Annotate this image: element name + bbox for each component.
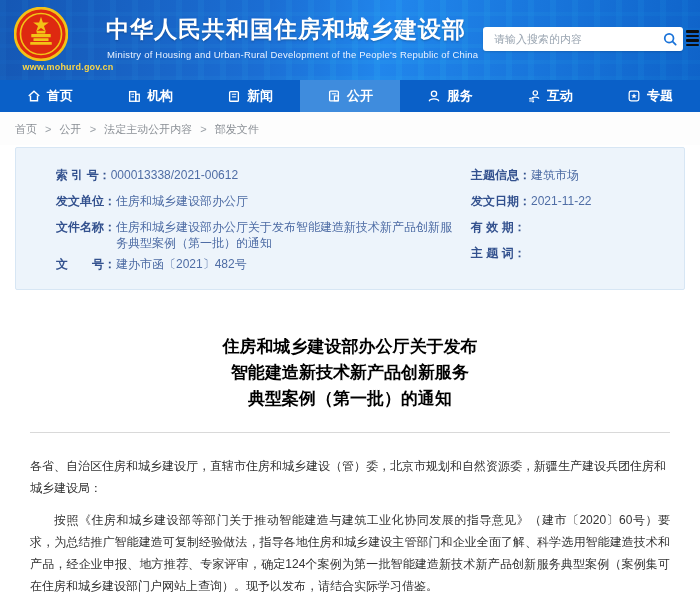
nav-label: 公开	[347, 87, 373, 105]
search-box[interactable]	[483, 27, 683, 51]
meta-row-issue-date: 发文日期： 2021-11-22	[471, 188, 684, 214]
nav-label: 服务	[447, 87, 473, 105]
document-title-line-3: 典型案例（第一批）的通知	[30, 386, 670, 412]
meta-value: 000013338/2021-00612	[111, 162, 238, 188]
interaction-icon	[527, 89, 541, 103]
person-icon	[427, 89, 441, 103]
nav-item-interaction[interactable]: 互动	[500, 80, 600, 112]
search-button[interactable]	[657, 27, 683, 51]
meta-value: 住房和城乡建设部办公厅	[116, 188, 248, 214]
site-header: www.mohurd.gov.cn 中华人民共和国住房和城乡建设部 Minist…	[0, 0, 700, 80]
metadata-left-column: 索 引 号： 000013338/2021-00612 发文单位： 住房和城乡建…	[16, 162, 456, 277]
site-url: www.mohurd.gov.cn	[8, 62, 128, 72]
meta-row-keywords: 主 题 词：	[471, 240, 684, 266]
document-title: 住房和城乡建设部办公厅关于发布 智能建造新技术新产品创新服务 典型案例（第一批）…	[30, 334, 670, 412]
metadata-right-column: 主题信息： 建筑市场 发文日期： 2021-11-22 有 效 期： 主 题 词…	[456, 162, 684, 277]
nav-item-special-topics[interactable]: 专题	[600, 80, 700, 112]
document-content: 住房和城乡建设部办公厅关于发布 智能建造新技术新产品创新服务 典型案例（第一批）…	[0, 334, 700, 595]
breadcrumb-item-home[interactable]: 首页	[15, 123, 37, 135]
meta-label: 文 号：	[56, 251, 116, 277]
site-title: 中华人民共和国住房和城乡建设部	[106, 14, 466, 45]
nav-item-organization[interactable]: 机构	[100, 80, 200, 112]
meta-row-subject-info: 主题信息： 建筑市场	[471, 162, 684, 188]
meta-label: 文件名称：	[56, 214, 116, 251]
document-body: 各省、自治区住房和城乡建设厅，直辖市住房和城乡建设（管）委，北京市规划和自然资源…	[30, 455, 670, 595]
nav-label: 机构	[147, 87, 173, 105]
meta-row-issuing-unit: 发文单位： 住房和城乡建设部办公厅	[56, 188, 456, 214]
meta-label: 主 题 词：	[471, 240, 526, 266]
home-icon	[27, 89, 41, 103]
nav-label: 首页	[47, 87, 73, 105]
meta-label: 有 效 期：	[471, 214, 526, 240]
search-icon	[663, 32, 677, 46]
national-emblem-logo	[14, 7, 68, 61]
meta-label: 发文日期：	[471, 188, 531, 214]
meta-row-index-number: 索 引 号： 000013338/2021-00612	[56, 162, 456, 188]
meta-value: 建筑市场	[531, 162, 579, 188]
nav-item-news[interactable]: 新闻	[200, 80, 300, 112]
building-icon	[127, 89, 141, 103]
meta-row-document-number: 文 号： 建办市函〔2021〕482号	[56, 251, 456, 277]
meta-value: 2021-11-22	[531, 188, 592, 214]
breadcrumb-separator: >	[200, 123, 206, 135]
meta-value: 建办市函〔2021〕482号	[116, 251, 247, 277]
breadcrumb-item-public[interactable]: 公开	[60, 123, 82, 135]
breadcrumb-item-statutory-content[interactable]: 法定主动公开内容	[104, 123, 192, 135]
salutation-line: 各省、自治区住房和城乡建设厅，直辖市住房和城乡建设（管）委，北京市规划和自然资源…	[30, 455, 670, 499]
star-square-icon	[627, 89, 641, 103]
site-subtitle: Ministry of Housing and Urban-Rural Deve…	[107, 49, 478, 60]
document-icon	[327, 89, 341, 103]
nav-label: 互动	[547, 87, 573, 105]
meta-label: 主题信息：	[471, 162, 531, 188]
main-navigation: 首页 机构 新闻 公开 服务	[0, 80, 700, 112]
main-paragraph: 按照《住房和城乡建设部等部门关于推动智能建造与建筑工业化协同发展的指导意见》（建…	[30, 509, 670, 595]
breadcrumb-item-ministry-documents[interactable]: 部发文件	[215, 123, 259, 135]
meta-row-validity-period: 有 效 期：	[471, 214, 684, 240]
meta-label: 索 引 号：	[56, 162, 111, 188]
title-divider	[30, 432, 670, 433]
search-input[interactable]	[492, 32, 657, 46]
nav-item-home[interactable]: 首页	[0, 80, 100, 112]
meta-value: 住房和城乡建设部办公厅关于发布智能建造新技术新产品创新服务典型案例（第一批）的通…	[116, 214, 456, 251]
nav-item-services[interactable]: 服务	[400, 80, 500, 112]
document-title-line-1: 住房和城乡建设部办公厅关于发布	[30, 334, 670, 360]
breadcrumb-separator: >	[45, 123, 51, 135]
nav-label: 专题	[647, 87, 673, 105]
document-metadata-panel: 索 引 号： 000013338/2021-00612 发文单位： 住房和城乡建…	[15, 147, 685, 290]
breadcrumb: 首页 > 公开 > 法定主动公开内容 > 部发文件	[0, 112, 700, 145]
meta-label: 发文单位：	[56, 188, 116, 214]
nav-label: 新闻	[247, 87, 273, 105]
document-title-line-2: 智能建造新技术新产品创新服务	[30, 360, 670, 386]
hamburger-menu-icon[interactable]	[686, 30, 699, 46]
meta-row-document-name: 文件名称： 住房和城乡建设部办公厅关于发布智能建造新技术新产品创新服务典型案例（…	[56, 214, 456, 251]
nav-item-public-disclosure[interactable]: 公开	[300, 80, 400, 112]
news-icon	[227, 89, 241, 103]
breadcrumb-separator: >	[90, 123, 96, 135]
